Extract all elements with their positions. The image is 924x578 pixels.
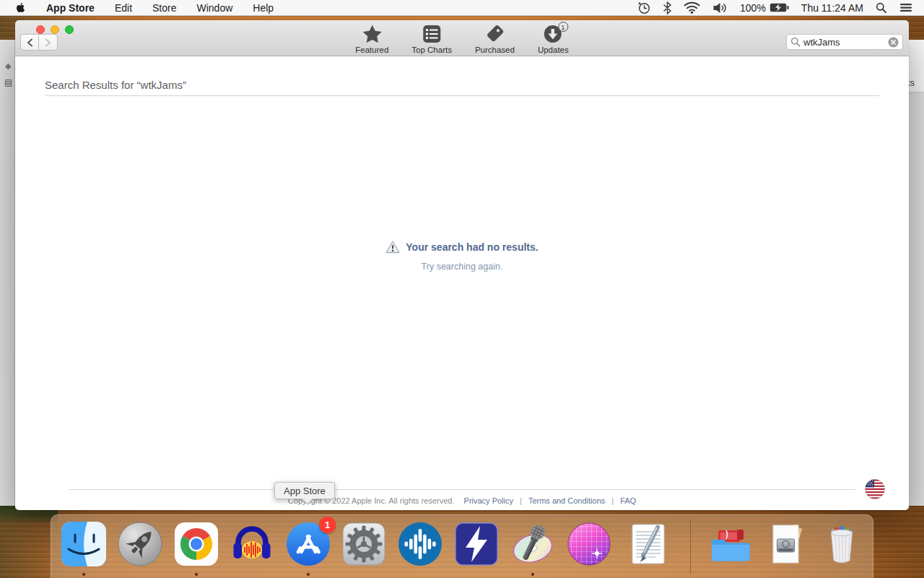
results-heading: Search Results for “wtkJams” [45,79,186,91]
warning-icon [385,241,400,254]
app-store-running-indicator [307,573,310,576]
battery-status[interactable]: 100% [740,2,789,14]
dock-launchpad-icon[interactable] [117,521,163,567]
tab-purchased-label: Purchased [475,46,515,54]
terms-link[interactable]: Terms and Conditions [528,496,605,505]
finder-running-indicator [82,573,85,576]
footer-divider: | [611,496,614,505]
menu-clock[interactable]: Thu 11:24 AM [801,2,863,14]
wifi-icon[interactable] [684,1,700,14]
background-window-chevron-icon: ◆ [5,61,11,71]
top-charts-list-icon [422,24,441,43]
empty-state-subtitle: Try searching again. [15,262,909,272]
notification-center-icon[interactable] [899,3,912,12]
traffic-lights [36,25,74,34]
tab-featured-label: Featured [355,46,388,54]
background-window-left-edge[interactable]: ◆ ▤ [0,40,15,506]
background-window-right-edge[interactable]: ks [907,40,924,506]
forward-button[interactable] [39,34,58,51]
volume-icon[interactable] [712,2,728,14]
search-input[interactable] [803,37,885,48]
updates-download-icon: 1 [544,24,563,43]
tab-featured[interactable]: Featured [352,22,391,56]
tab-purchased[interactable]: Purchased [472,22,518,56]
dock-app-store-icon[interactable]: 1 [285,521,331,567]
back-button[interactable] [20,34,39,51]
empty-state: Your search had no results. Try searchin… [15,241,909,272]
battery-charging-icon [770,3,789,12]
results-separator [45,95,879,96]
menu-item-window[interactable]: Window [196,2,232,14]
empty-state-title: Your search had no results. [406,241,538,253]
background-window-doc-icon: ▤ [4,77,12,87]
dock: 1 [51,514,873,578]
window-content: Search Results for “wtkJams” Your search… [15,56,909,510]
dock-audacity-icon[interactable] [229,521,275,567]
close-button[interactable] [36,25,45,34]
privacy-policy-link[interactable]: Privacy Policy [464,496,513,505]
menu-app-name[interactable]: App Store [46,2,95,14]
toolbar-tabs: Featured Top Charts [352,22,571,56]
menu-bar: App Store Edit Store Window Help [0,0,924,16]
menu-item-help[interactable]: Help [253,2,274,14]
dock-divider [690,519,691,574]
tab-top-charts-label: Top Charts [411,46,452,54]
dock-lightning-app-icon[interactable] [453,521,500,567]
tab-updates-label: Updates [538,46,569,54]
zoom-button[interactable] [65,25,74,34]
app-store-dock-badge: 1 [319,517,336,533]
spotlight-icon[interactable] [876,2,887,14]
dock-tooltip: App Store [274,482,335,499]
time-machine-icon[interactable] [637,1,651,14]
apple-menu-icon[interactable] [16,2,26,14]
window-toolbar: Featured Top Charts [15,20,909,56]
karaoke-running-indicator [531,573,534,576]
bluetooth-icon[interactable] [663,1,671,14]
dock-finder-icon[interactable] [61,521,107,567]
search-field[interactable] [786,34,903,50]
battery-percent-label: 100% [740,2,766,14]
navigation-buttons [20,34,58,51]
dock-karaoke-app-icon[interactable] [510,521,556,567]
menu-item-store[interactable]: Store [152,2,176,14]
dock-trash-icon[interactable] [819,521,865,567]
region-us-flag-icon[interactable] [864,478,886,500]
footer-separator [69,489,855,490]
footer: Copyright © 2022 Apple Inc. All rights r… [15,496,909,505]
faq-link[interactable]: FAQ [620,496,636,505]
menu-item-edit[interactable]: Edit [115,2,132,14]
dock-system-preferences-icon[interactable] [341,521,387,567]
chrome-running-indicator [195,573,198,576]
dock-disk-image-document-icon[interactable] [763,521,809,567]
footer-divider: | [520,496,522,505]
dock-textedit-icon[interactable] [625,521,671,567]
dock-chrome-icon[interactable] [173,521,219,567]
dock-waveform-app-icon[interactable] [397,521,443,567]
dock-disco-ball-app-icon[interactable] [566,521,612,567]
background-window-right-content: ks [907,40,924,92]
search-icon [790,37,801,47]
minimize-button[interactable] [51,25,59,34]
purchased-tag-icon [485,24,505,43]
clear-search-icon[interactable] [888,37,899,48]
app-store-window: Featured Top Charts [15,20,909,510]
tab-top-charts[interactable]: Top Charts [409,22,455,56]
updates-badge: 1 [558,22,568,32]
tab-updates[interactable]: 1 Updates [535,22,572,56]
featured-star-icon [362,24,382,43]
dock-downloads-folder-icon[interactable] [707,521,753,567]
